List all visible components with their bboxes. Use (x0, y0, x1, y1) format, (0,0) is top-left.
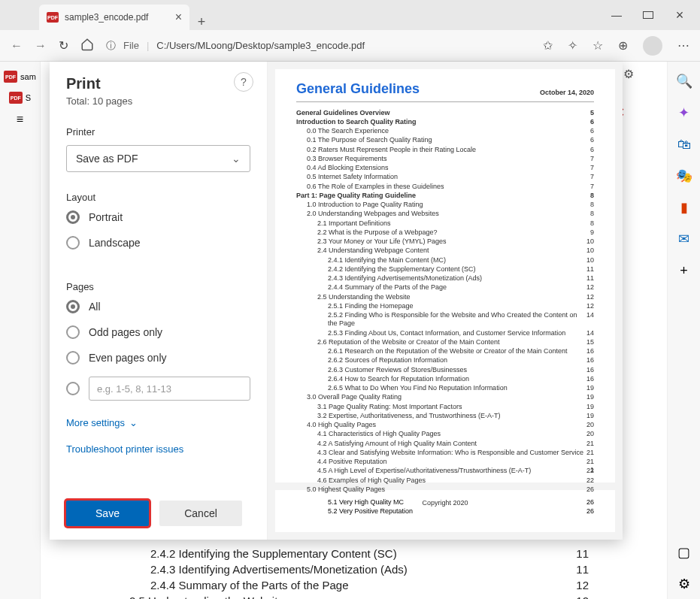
pages-even-option[interactable]: Even pages only (66, 351, 250, 365)
chevron-down-icon: ⌄ (232, 153, 241, 165)
print-preview-pane[interactable]: General Guidelines October 14, 2020 Gene… (268, 62, 623, 540)
toc-row: 2.4 Understanding Webpage Content10 (296, 247, 594, 256)
doc-row: 2.4.4 Summary of the Parts of the Page12 (129, 577, 589, 593)
toc-row: 2.4.2 Identifying the Supplementary Cont… (296, 265, 594, 274)
pages-odd-option[interactable]: Odd pages only (66, 325, 250, 339)
refresh-button[interactable]: ↻ (59, 38, 68, 53)
radio-icon (66, 351, 80, 365)
favorites-icon[interactable]: ☆ (592, 38, 603, 53)
home-button[interactable] (80, 38, 94, 54)
radio-checked-icon (66, 300, 80, 313)
sidebar-settings-icon[interactable]: ⚙ (677, 576, 692, 591)
toc-row: 4.5 A High Level of Expertise/Authoritat… (296, 467, 594, 476)
print-dialog: Print Total: 10 pages ? Printer Save as … (50, 62, 623, 540)
add-favorite-icon[interactable]: ✩ (543, 38, 553, 53)
doc-row: 2.4.3 Identifying Advertisements/Monetiz… (129, 561, 589, 577)
office-sidebar-icon[interactable]: ▮ (677, 200, 692, 215)
pdf-icon: PDF (47, 12, 59, 23)
toc-row: 2.6.5 What to Do When You Find No Reputa… (296, 384, 594, 393)
close-window-button[interactable]: × (674, 8, 685, 23)
more-menu-icon[interactable]: ⋯ (677, 38, 689, 53)
toc-row: 2.6.4 How to Search for Reputation Infor… (296, 374, 594, 383)
toc-row: 2.4.4 Summary of the Parts of the Page12 (296, 283, 594, 292)
toc-row: 3.0 Overall Page Quality Rating19 (296, 393, 594, 402)
toc-row: 2.5.3 Finding About Us, Contact Informat… (296, 328, 594, 337)
toc-row: 3.1 Page Quality Rating: Most Important … (296, 402, 594, 411)
close-tab-icon[interactable]: × (175, 11, 182, 24)
print-total: Total: 10 pages (66, 95, 250, 107)
url-text: C:/Users/MLoong/Desktop/sample3_encode.p… (156, 40, 365, 51)
toc-row: 2.6.3 Customer Reviews of Stores/Busines… (296, 365, 594, 374)
preview-page-2: 5.1 Very High Quality MC26 5.2 Very Posi… (275, 490, 615, 532)
toc-row: 0.2 Raters Must Represent People in thei… (296, 145, 594, 154)
browser-tab[interactable]: PDF sample3_encode.pdf × (39, 5, 189, 30)
toc-row: 2.5 Understanding the Website12 (296, 292, 594, 301)
copyright: Copyright 2020 (296, 499, 594, 507)
radio-checked-icon (66, 210, 80, 224)
preview-page-1: General Guidelines October 14, 2020 Gene… (275, 69, 615, 483)
toc-row: 1.0 Introduction to Page Quality Rating8 (296, 201, 594, 210)
toc-row: 0.4 Ad Blocking Extensions7 (296, 164, 594, 173)
doc-row: 2.5 Understanding the Website12 (129, 593, 589, 599)
troubleshoot-link[interactable]: Troubleshoot printer issues (66, 443, 250, 455)
profile-avatar[interactable] (643, 36, 662, 56)
extensions-icon[interactable]: ✧ (568, 38, 577, 53)
radio-icon (66, 236, 80, 250)
doc-date: October 14, 2020 (540, 89, 594, 96)
layout-portrait-option[interactable]: Portrait (66, 210, 250, 224)
radio-icon (66, 325, 80, 339)
window-titlebar: PDF sample3_encode.pdf × + — × (0, 0, 700, 30)
sidebar-expand-icon[interactable]: ▢ (677, 545, 692, 560)
printer-label: Printer (66, 126, 250, 138)
toc-row: 4.2 A Satisfying Amount of High Quality … (296, 439, 594, 448)
toc-row: 0.6 The Role of Examples in these Guidel… (296, 182, 594, 191)
toc-row: 4.1 Characteristics of High Quality Page… (296, 430, 594, 439)
help-button[interactable]: ? (234, 72, 253, 92)
toc-row: 2.6 Reputation of the Website or Creator… (296, 337, 594, 346)
pages-custom-option[interactable]: e.g. 1-5, 8, 11-13 (66, 377, 250, 401)
vertical-tabs-strip: PDFsam PDFS ≡ (0, 62, 41, 599)
toc-row: 0.0 The Search Experience6 (296, 127, 594, 136)
back-button[interactable]: ← (11, 39, 23, 53)
vtab-2[interactable]: PDFS (9, 92, 31, 104)
add-sidebar-icon[interactable]: + (677, 263, 692, 278)
outlook-sidebar-icon[interactable]: ✉ (677, 231, 692, 247)
toc-row: Part 1: Page Quality Rating Guideline8 (296, 191, 594, 200)
games-sidebar-icon[interactable]: 🎭 (677, 168, 692, 183)
minimize-button[interactable]: — (611, 9, 622, 21)
toc-row: 4.6 Examples of High Quality Pages22 (296, 476, 594, 485)
printer-select[interactable]: Save as PDF ⌄ (66, 145, 250, 172)
print-title: Print (66, 75, 250, 92)
toc-row: 0.3 Browser Requirements7 (296, 154, 594, 163)
maximize-button[interactable] (643, 9, 653, 21)
toc-row: 0.1 The Purpose of Search Quality Rating… (296, 136, 594, 145)
info-icon[interactable]: ⓘ (106, 39, 116, 53)
browser-toolbar: ← → ↻ ⓘ File | C:/Users/MLoong/Desktop/s… (0, 30, 700, 62)
pages-custom-input[interactable]: e.g. 1-5, 8, 11-13 (89, 377, 250, 401)
toc-row: 2.3 Your Money or Your Life (YMYL) Pages… (296, 237, 594, 247)
new-tab-button[interactable]: + (189, 14, 214, 30)
settings-gear-icon[interactable]: ⚙ (623, 67, 634, 81)
toc-row: 2.5.1 Finding the Homepage12 (296, 301, 594, 310)
scheme-label: File (123, 40, 139, 51)
discover-sidebar-icon[interactable]: ✦ (677, 105, 692, 120)
page-number: 1 (590, 466, 594, 473)
collections-icon[interactable]: ⊕ (618, 38, 628, 53)
vtab-list-icon[interactable]: ≡ (17, 113, 23, 126)
save-button[interactable]: Save (66, 501, 149, 526)
pages-all-option[interactable]: All (66, 300, 250, 313)
toc-row: 2.5.2 Finding Who is Responsible for the… (296, 311, 594, 329)
toc-row: 5.0 Highest Quality Pages26 (296, 485, 594, 494)
layout-landscape-option[interactable]: Landscape (66, 236, 250, 250)
toc-row: 2.4.1 Identifying the Main Content (MC)1… (296, 256, 594, 265)
toc-row: Introduction to Search Quality Rating6 (296, 117, 594, 126)
shopping-sidebar-icon[interactable]: 🛍 (677, 137, 692, 152)
toc-row: 2.6.1 Research on the Reputation of the … (296, 347, 594, 356)
cancel-button[interactable]: Cancel (159, 501, 242, 526)
address-bar[interactable]: ⓘ File | C:/Users/MLoong/Desktop/sample3… (106, 39, 531, 53)
search-sidebar-icon[interactable]: 🔍 (677, 74, 692, 89)
vtab-1[interactable]: PDFsam (4, 71, 36, 83)
more-settings-link[interactable]: More settings⌄ (66, 417, 250, 428)
toc-row: 4.0 High Quality Pages20 (296, 421, 594, 430)
toc-row: 2.0 Understanding Webpages and Websites8 (296, 210, 594, 219)
